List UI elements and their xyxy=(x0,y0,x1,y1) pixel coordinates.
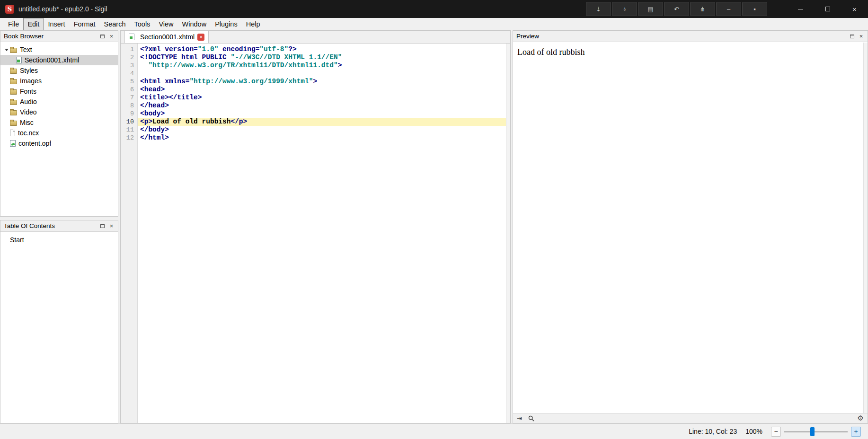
maximize-button[interactable] xyxy=(814,0,841,18)
folder-icon xyxy=(10,69,17,74)
tabbar: Section0001.xhtml × xyxy=(121,31,510,44)
zoom-in-button[interactable]: + xyxy=(851,427,861,437)
opf-icon xyxy=(10,140,16,147)
code-line-9: <body> xyxy=(138,110,506,118)
expand-arrow-icon[interactable] xyxy=(3,49,10,51)
panel-splitter[interactable] xyxy=(0,217,118,220)
tree-item-text[interactable]: Text xyxy=(0,44,118,55)
code-line-10: <p>Load of old rubbish</p> xyxy=(138,118,506,126)
tree-item-label: Misc xyxy=(20,119,34,126)
code-line-4 xyxy=(138,70,506,78)
menu-window[interactable]: Window xyxy=(178,18,211,30)
book-browser-tree: TextSection0001.xhtmlStylesImagesFontsAu… xyxy=(0,42,118,216)
panel-list-button[interactable]: ▤ xyxy=(638,2,663,16)
toc-title: Table Of Contents xyxy=(4,222,97,229)
toc-item-start[interactable]: Start xyxy=(0,235,118,245)
snap-down-icon: ⇣ xyxy=(596,6,601,13)
preview-panel: Preview × Load of old rubbish ⇥ ⚙ xyxy=(513,30,868,423)
tree-item-label: Audio xyxy=(20,98,37,105)
tree-item-audio[interactable]: Audio xyxy=(0,97,118,107)
gear-icon[interactable]: ⚙ xyxy=(858,414,864,422)
tree-item-label: Section0001.xhtml xyxy=(25,56,79,64)
menu-edit[interactable]: Edit xyxy=(23,18,44,30)
code-line-6: <head> xyxy=(138,86,506,94)
preview-content: Load of old rubbish xyxy=(513,42,868,413)
code-line-11: </body> xyxy=(138,126,506,134)
close-button[interactable]: × xyxy=(841,0,868,18)
tree-item-toc-ncx[interactable]: toc.ncx xyxy=(0,128,118,138)
line-number-gutter: 123456789101112 xyxy=(121,44,138,423)
menu-help[interactable]: Help xyxy=(242,18,265,30)
tree-item-misc[interactable]: Misc xyxy=(0,117,118,128)
menu-view[interactable]: View xyxy=(154,18,177,30)
minimize-button[interactable] xyxy=(787,0,814,18)
snap-down-button[interactable]: ⇣ xyxy=(586,2,611,16)
float-panel-button[interactable] xyxy=(98,32,106,40)
close-panel-button[interactable]: × xyxy=(857,32,865,40)
line-number: 12 xyxy=(121,134,134,142)
close-icon: × xyxy=(859,33,863,40)
tree-item-video[interactable]: Video xyxy=(0,107,118,117)
close-icon: × xyxy=(110,33,114,40)
tree-item-styles[interactable]: Styles xyxy=(0,65,118,76)
record-dot-icon: ▪ xyxy=(753,6,756,13)
close-panel-button[interactable]: × xyxy=(107,222,115,230)
tree-item-section0001-xhtml[interactable]: Section0001.xhtml xyxy=(0,55,118,65)
line-number: 10 xyxy=(121,118,134,126)
toc-panel: Table Of Contents × Start xyxy=(0,220,118,423)
tree-item-label: Video xyxy=(20,108,37,116)
menu-format[interactable]: Format xyxy=(70,18,100,30)
menu-plugins[interactable]: Plugins xyxy=(211,18,242,30)
preview-scrollbar[interactable] xyxy=(863,43,868,413)
maximize-icon xyxy=(825,7,830,11)
record-dot-button[interactable]: ▪ xyxy=(742,2,767,16)
code-line-1: <?xml version="1.0" encoding="utf-8"?> xyxy=(138,45,506,53)
search-icon[interactable] xyxy=(528,415,534,421)
file-icon xyxy=(10,130,15,136)
tab-close-button[interactable]: × xyxy=(197,34,204,41)
zoom-slider-handle[interactable] xyxy=(810,427,815,436)
tree-item-label: Text xyxy=(20,46,32,53)
plug-icon: ♀ xyxy=(622,6,627,13)
dash-button[interactable]: – xyxy=(716,2,741,16)
main-area: Book Browser × TextSection0001.xhtmlStyl… xyxy=(0,30,868,423)
code-line-3: "http://www.w3.org/TR/xhtml11/DTD/xhtml1… xyxy=(138,61,506,70)
menu-search[interactable]: Search xyxy=(100,18,130,30)
code-editor[interactable]: 123456789101112 <?xml version="1.0" enco… xyxy=(121,44,510,423)
book-browser-title: Book Browser xyxy=(4,33,97,40)
line-number: 3 xyxy=(121,61,134,70)
folder-icon xyxy=(10,48,17,53)
zoom-out-button[interactable]: − xyxy=(771,427,781,437)
book-browser-header: Book Browser × xyxy=(0,31,118,42)
menu-file[interactable]: File xyxy=(4,18,23,30)
float-icon xyxy=(100,35,105,38)
zoom-slider[interactable] xyxy=(784,427,848,437)
preview-title: Preview xyxy=(516,33,847,40)
tree-item-label: content.opf xyxy=(18,140,51,147)
fork-button[interactable]: ⋔ xyxy=(690,2,715,16)
undo-arrow-button[interactable]: ↶ xyxy=(664,2,689,16)
toc-header: Table Of Contents × xyxy=(0,220,118,232)
inspect-icon[interactable]: ⇥ xyxy=(517,415,522,422)
tree-item-content-opf[interactable]: content.opf xyxy=(0,138,118,149)
editor-scrollbar[interactable] xyxy=(506,44,510,423)
book-browser-panel: Book Browser × TextSection0001.xhtmlStyl… xyxy=(0,30,118,217)
sigil-logo-icon: S xyxy=(5,5,14,14)
zoom-slider-track xyxy=(784,431,848,432)
menu-insert[interactable]: Insert xyxy=(44,18,69,30)
folder-icon xyxy=(10,79,17,84)
float-panel-button[interactable] xyxy=(98,222,106,230)
tab-section0001-xhtml[interactable]: Section0001.xhtml × xyxy=(124,30,209,43)
zoom-level: 100% xyxy=(745,428,762,435)
editor-area: Section0001.xhtml × 123456789101112 <?xm… xyxy=(120,30,511,423)
menu-tools[interactable]: Tools xyxy=(130,18,155,30)
tree-item-fonts[interactable]: Fonts xyxy=(0,86,118,97)
plug-button[interactable]: ♀ xyxy=(612,2,637,16)
left-column: Book Browser × TextSection0001.xhtmlStyl… xyxy=(0,30,118,423)
close-panel-button[interactable]: × xyxy=(107,32,115,40)
tree-item-images[interactable]: Images xyxy=(0,76,118,86)
line-number: 9 xyxy=(121,110,134,118)
float-panel-button[interactable] xyxy=(848,32,856,40)
code-content: <?xml version="1.0" encoding="utf-8"?><!… xyxy=(138,44,506,423)
code-line-5: <html xmlns="http://www.w3.org/1999/xhtm… xyxy=(138,78,506,86)
